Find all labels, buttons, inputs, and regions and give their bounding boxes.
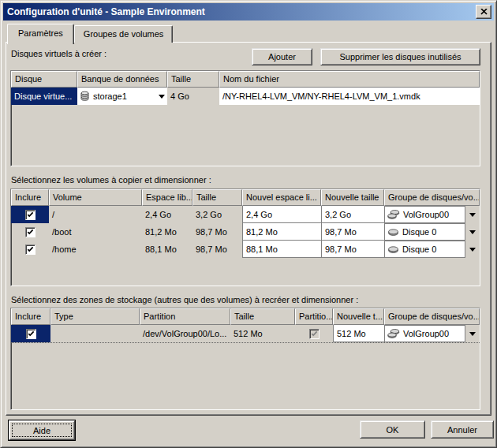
column-header-taille[interactable]: Taille: [230, 308, 295, 325]
column-header-banque-de-donnees[interactable]: Banque de données: [77, 71, 167, 88]
disk-size-cell: 4 Go: [167, 88, 219, 105]
free-space-cell: 88,1 Mo: [142, 241, 192, 258]
dropdown-arrow-icon[interactable]: [469, 332, 476, 336]
include-checkbox[interactable]: [25, 210, 36, 220]
dropdown-arrow-icon[interactable]: [159, 95, 165, 99]
column-header-inclure[interactable]: Inclure: [11, 189, 49, 206]
include-checkbox[interactable]: [26, 329, 36, 339]
column-header-espace-libre[interactable]: Espace lib...: [142, 189, 192, 206]
column-header-nouvelle-taille[interactable]: Nouvelle t...: [333, 308, 384, 325]
column-header-partition-flag[interactable]: Partitio...: [295, 308, 333, 325]
new-size-field[interactable]: 512 Mo: [333, 325, 384, 342]
check-icon: [26, 245, 35, 254]
column-header-taille[interactable]: Taille: [167, 71, 219, 88]
parametres-tab-panel: Disques virtuels à créer : Ajouter Suppr…: [6, 42, 491, 416]
volume-cell: /home: [49, 241, 142, 258]
column-header-partition[interactable]: Partition: [140, 308, 230, 325]
disk-icon: [387, 227, 399, 237]
disk-group-combobox[interactable]: Disque 0: [384, 223, 480, 241]
help-button-label: Aide: [33, 426, 50, 435]
disk-group-combobox[interactable]: VolGroup00: [384, 206, 480, 223]
check-icon: [26, 228, 35, 237]
close-button[interactable]: [476, 5, 491, 19]
window-title: Configuration d'unité - Sample Environme…: [7, 6, 476, 17]
cancel-button[interactable]: Annuler: [431, 420, 494, 439]
new-size-field[interactable]: 98,7 Mo: [321, 241, 384, 258]
column-header-type[interactable]: Type: [50, 308, 140, 325]
disk-group-combobox[interactable]: VolGroup00: [384, 325, 480, 342]
volume-cell: /boot: [49, 223, 142, 241]
help-button[interactable]: Aide: [9, 420, 75, 440]
column-header-inclure[interactable]: Inclure: [11, 308, 50, 325]
new-size-field[interactable]: 3,2 Go: [321, 206, 384, 223]
volume-cell: /: [49, 206, 142, 223]
include-cell: [11, 241, 49, 258]
disk-group-value: VolGroup00: [403, 210, 449, 219]
file-name-field[interactable]: /NY-RHEL4-LVM_VM/NY-RHEL4-LVM_VM_1.vmdk: [219, 88, 480, 105]
column-header-taille[interactable]: Taille: [192, 189, 242, 206]
disk-group-value: Disque 0: [402, 245, 436, 254]
type-cell: [50, 325, 140, 342]
partition-cell: /dev/VolGroup00/Lo...: [140, 325, 230, 342]
ok-button-label: OK: [387, 425, 399, 435]
check-icon: [26, 211, 35, 219]
new-size-field[interactable]: 98,7 Mo: [321, 223, 384, 241]
disk-group-icon: [387, 328, 400, 339]
include-cell: [11, 206, 49, 223]
column-header-groupe-disques[interactable]: Groupe de disques/vo...: [384, 189, 480, 206]
partition-flag-cell: [295, 325, 333, 342]
new-free-space-field[interactable]: 81,2 Mo: [242, 223, 321, 241]
column-header-nom-du-fichier[interactable]: Nom du fichier: [219, 71, 480, 88]
ok-button[interactable]: OK: [360, 420, 425, 439]
include-checkbox[interactable]: [25, 245, 36, 255]
datastore-combobox[interactable]: storage1: [77, 88, 167, 105]
disk-group-combobox[interactable]: Disque 0: [384, 241, 480, 258]
volumes-table-header: Inclure Volume Espace lib... Taille Nouv…: [11, 189, 480, 206]
table-row[interactable]: /boot 81,2 Mo 98,7 Mo 81,2 Mo 98,7 Mo Di…: [11, 223, 480, 241]
volumes-label: Sélectionnez les volumes à copier et dim…: [11, 175, 211, 185]
table-row[interactable]: /dev/VolGroup00/Lo... 512 Mo 512 Mo: [11, 325, 480, 343]
table-row[interactable]: / 2,4 Go 3,2 Go 2,4 Go 3,2 Go VolGroup00: [11, 206, 480, 223]
partition-checkbox-disabled: [309, 329, 320, 339]
dropdown-arrow-icon[interactable]: [469, 230, 476, 234]
include-cell: [11, 223, 49, 241]
table-row[interactable]: Disque virtue... storage1 4 Go /NY: [11, 88, 480, 105]
remove-unused-disks-button[interactable]: Supprimer les disques inutilisés: [320, 48, 480, 65]
dropdown-arrow-icon[interactable]: [469, 213, 476, 217]
tab-strip: Paramètres Groupes de volumes: [7, 24, 173, 44]
new-free-space-field[interactable]: 88,1 Mo: [242, 241, 321, 258]
table-row[interactable]: /home 88,1 Mo 98,7 Mo 88,1 Mo 98,7 Mo Di…: [11, 241, 480, 258]
column-header-nouvelle-taille[interactable]: Nouvelle taille: [321, 189, 384, 206]
disk-name-cell[interactable]: Disque virtue...: [11, 88, 77, 105]
close-icon: [480, 9, 488, 15]
storage-zones-table: Inclure Type Partition Taille Partitio..…: [10, 308, 480, 410]
check-icon: [27, 330, 36, 338]
disk-group-icon: [387, 209, 400, 220]
column-header-disque[interactable]: Disque: [11, 71, 77, 88]
virtual-disks-table: Disque Banque de données Taille Nom du f…: [10, 70, 480, 166]
column-header-nouvel-espace[interactable]: Nouvel espace li...: [242, 189, 321, 206]
storage-zones-table-header: Inclure Type Partition Taille Partitio..…: [11, 308, 480, 325]
include-cell: [11, 325, 50, 342]
column-header-volume[interactable]: Volume: [49, 189, 142, 206]
new-free-space-field[interactable]: 2,4 Go: [242, 206, 321, 223]
size-cell: 98,7 Mo: [192, 241, 242, 258]
disk-group-value: Disque 0: [402, 227, 436, 237]
free-space-cell: 81,2 Mo: [142, 223, 192, 241]
check-icon: [310, 330, 319, 338]
datastore-icon: [80, 91, 90, 102]
storage-zones-label: Sélectionnez des zones de stockage (autr…: [11, 295, 358, 304]
size-cell: 512 Mo: [230, 325, 295, 342]
free-space-cell: 2,4 Go: [142, 206, 192, 223]
tab-groupes-de-volumes[interactable]: Groupes de volumes: [74, 25, 174, 43]
cancel-button-label: Annuler: [447, 425, 477, 435]
add-disk-button[interactable]: Ajouter: [252, 48, 312, 65]
titlebar: Configuration d'unité - Sample Environme…: [3, 3, 494, 21]
unit-configuration-dialog: Configuration d'unité - Sample Environme…: [0, 0, 497, 448]
dropdown-arrow-icon[interactable]: [469, 248, 476, 252]
tab-parametres[interactable]: Paramètres: [7, 24, 74, 44]
size-cell: 98,7 Mo: [192, 223, 242, 241]
volumes-table: Inclure Volume Espace lib... Taille Nouv…: [10, 189, 480, 286]
column-header-groupe-disques[interactable]: Groupe de disques/vo...: [384, 308, 480, 325]
include-checkbox[interactable]: [25, 227, 36, 237]
